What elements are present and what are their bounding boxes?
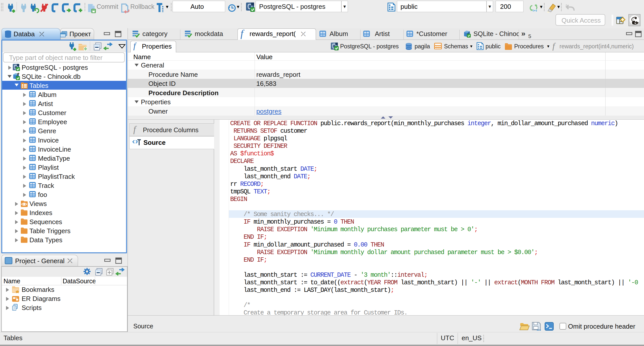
svg-text:f: f bbox=[552, 41, 556, 51]
svg-text:f: f bbox=[133, 41, 137, 50]
svg-text:f: f bbox=[133, 124, 137, 134]
